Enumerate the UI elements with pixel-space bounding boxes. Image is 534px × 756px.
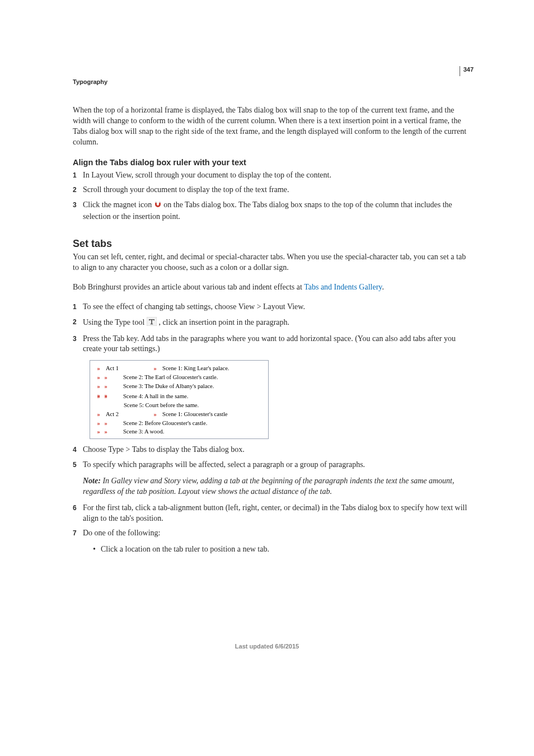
footer-last-updated: Last updated 6/6/2015 [0,643,534,650]
set-tabs-step-5: To specify which paragraphs will be affe… [73,460,472,470]
tab-marker-icon: » [95,392,102,401]
document-page: 347 Typography When the top of a horizon… [0,0,534,756]
tab-marker-icon: » [95,419,102,428]
align-step-1: In Layout View, scroll through your docu… [73,170,472,181]
section-header: Typography [73,78,472,85]
fig-r7: Scene 2: Before Gloucester's castle. [123,420,207,426]
tab-marker-icon: » [95,373,102,382]
tab-marker-icon: » [102,419,110,428]
heading-set-tabs: Set tabs [73,238,472,250]
set-tabs-intro-2b: . [382,283,384,291]
intro-paragraph: When the top of a horizontal frame is di… [73,105,472,148]
tab-marker-icon: » [102,373,110,382]
set-tabs-steps-list-cont: Choose Type > Tabs to display the Tabs d… [73,445,472,470]
fig-row-8: »»Scene 3: A wood. [95,427,264,436]
fig-row-6: »Act 2»Scene 1: Gloucester's castle [95,410,264,419]
align-step-3-text-a: Click the magnet icon [83,200,154,209]
align-step-2: Scroll through your document to display … [73,185,472,195]
tab-marker-icon: » [95,427,102,436]
fig-r4: Scene 4: A hall in the same. [123,393,188,399]
tab-marker-icon: » [102,427,110,436]
heading-align-tabs: Align the Tabs dialog box ruler with you… [73,158,472,167]
set-tabs-step-3: Press the Tab key. Add tabs in the parag… [73,334,472,355]
tab-marker-icon: » [95,364,102,373]
set-tabs-intro-2a: Bob Bringhurst provides an article about… [73,283,304,291]
set-tabs-step-4: Choose Type > Tabs to display the Tabs d… [73,445,472,455]
tab-marker-icon: » [151,410,159,419]
fig-row-1: »Act 1»Scene 1: King Lear's palace. [95,364,264,373]
note-text: In Galley view and Story view, adding a … [83,477,454,496]
svg-rect-1 [159,202,161,203]
set-tabs-step-7: Do one of the following: [73,528,472,539]
tabs-indents-gallery-link[interactable]: Tabs and Indents Gallery [304,283,382,291]
set-tabs-step-6: For the first tab, click a tab-alignment… [73,503,472,524]
tab-marker-icon: » [151,364,159,373]
set-tabs-intro-1: You can set left, center, right, and dec… [73,252,472,273]
svg-rect-0 [155,202,157,203]
fig-act1: Act 1 [106,365,119,371]
fig-r8: Scene 3: A wood. [123,428,165,435]
set-tabs-intro-2: Bob Bringhurst provides an article about… [73,282,472,293]
set-tabs-bullet-1: Click a location on the tab ruler to pos… [93,544,472,555]
set-tabs-step-2b: , click an insertion point in the paragr… [157,318,289,326]
fig-row-5: Scene 5: Court before the same. [95,401,264,410]
fig-act2: Act 2 [106,411,119,417]
fig-r1-scene: Scene 1: King Lear's palace. [162,365,229,371]
tab-marker-icon: » [102,392,110,401]
fig-r5: Scene 5: Court before the same. [124,402,199,408]
set-tabs-step-1: To see the effect of changing tab settin… [73,302,472,312]
set-tabs-steps-list-cont2: For the first tab, click a tab-alignment… [73,503,472,539]
align-step-3: Click the magnet icon on the Tabs dialog… [73,200,472,222]
page-number: 347 [460,66,474,76]
set-tabs-step-2a: Using the Type tool [83,318,147,326]
magnet-icon [154,201,162,212]
note-label: Note: [83,477,101,485]
tab-marker-icon: » [95,410,102,419]
fig-row-3: »»Scene 3: The Duke of Albany's palace. [95,382,264,391]
align-steps-list: In Layout View, scroll through your docu… [73,170,472,223]
set-tabs-steps-list: To see the effect of changing tab settin… [73,302,472,355]
tabs-example-figure: »Act 1»Scene 1: King Lear's palace. »»Sc… [90,360,269,439]
set-tabs-note: Note: In Galley view and Story view, add… [83,476,472,497]
type-tool-icon [147,317,157,329]
fig-row-7: »»Scene 2: Before Gloucester's castle. [95,419,264,428]
fig-r3: Scene 3: The Duke of Albany's palace. [123,383,214,389]
tab-marker-icon: » [102,382,110,391]
fig-r6-scene: Scene 1: Gloucester's castle [162,411,227,417]
set-tabs-step-2: Using the Type tool , click an insertion… [73,317,472,329]
fig-row-4b: »»Scene 4: A hall in the same. [95,392,264,401]
fig-row-2: »»Scene 2: The Earl of Gloucester's cast… [95,373,264,382]
tab-marker-icon: » [95,382,102,391]
fig-r2: Scene 2: The Earl of Gloucester's castle… [123,374,218,380]
